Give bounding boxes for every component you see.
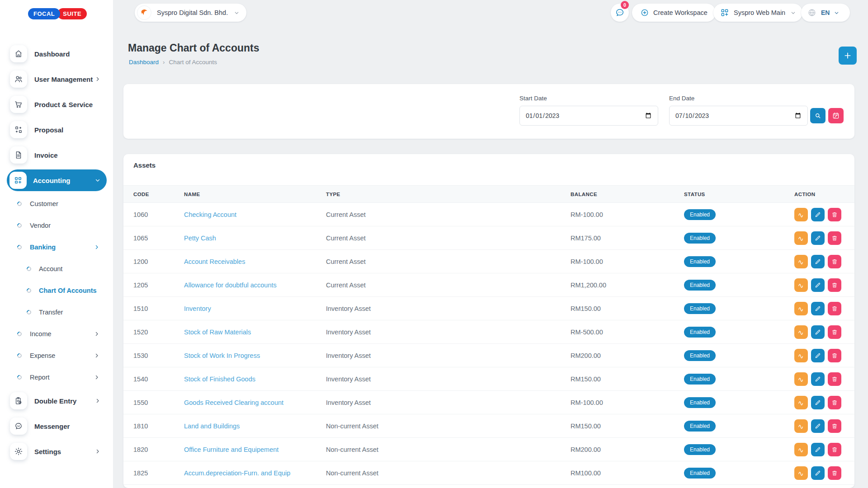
gear-icon bbox=[10, 443, 27, 460]
delete-button[interactable] bbox=[828, 349, 841, 362]
search-icon bbox=[814, 112, 822, 120]
delete-button[interactable] bbox=[828, 443, 841, 456]
edit-button[interactable] bbox=[811, 302, 825, 315]
cell-code: 1200 bbox=[123, 250, 184, 273]
account-name-link[interactable]: Stock of Raw Materials bbox=[184, 328, 251, 336]
accounting-active-pill[interactable]: Accounting bbox=[7, 169, 107, 191]
sidebar-item-double-entry[interactable]: Double Entry bbox=[0, 388, 113, 413]
transactions-button[interactable] bbox=[794, 255, 808, 268]
transactions-button[interactable] bbox=[794, 302, 808, 315]
account-name-link[interactable]: Accum.depreciation-Furn. and Equip bbox=[184, 469, 290, 477]
edit-button[interactable] bbox=[811, 419, 825, 433]
transactions-button[interactable] bbox=[794, 208, 808, 221]
cell-balance: RM-100.00 bbox=[571, 250, 684, 273]
sidebar-item-messenger[interactable]: Messenger bbox=[0, 413, 113, 439]
cell-code: 1825 bbox=[123, 461, 184, 485]
account-name-link[interactable]: Goods Received Clearing account bbox=[184, 399, 283, 406]
sidebar-item-user-management[interactable]: User Management bbox=[0, 66, 113, 92]
table-row: 1520 Stock of Raw Materials Inventory As… bbox=[123, 320, 854, 344]
edit-button[interactable] bbox=[811, 466, 825, 480]
sidebar-item-product-service[interactable]: Product & Service bbox=[0, 92, 113, 117]
account-name-link[interactable]: Checking Account bbox=[184, 211, 236, 218]
sidebar-item-accounting[interactable]: Accounting bbox=[0, 168, 113, 193]
transactions-button[interactable] bbox=[794, 325, 808, 339]
chat-bubble-icon bbox=[10, 418, 27, 435]
sidebar-item-transfer[interactable]: Transfer bbox=[0, 301, 113, 323]
sidebar-item-dashboard[interactable]: Dashboard bbox=[0, 41, 113, 66]
invoice-icon bbox=[10, 146, 27, 164]
delete-button[interactable] bbox=[828, 302, 841, 315]
sidebar-item-proposal[interactable]: Proposal bbox=[0, 117, 113, 142]
sidebar-item-vendor[interactable]: Vendor bbox=[0, 215, 113, 236]
account-name-link[interactable]: Office Furniture and Equipement bbox=[184, 446, 278, 453]
end-date-input[interactable] bbox=[669, 106, 808, 126]
language-selector[interactable]: EN bbox=[801, 4, 850, 22]
transactions-button[interactable] bbox=[794, 466, 808, 480]
delete-button[interactable] bbox=[828, 278, 841, 292]
sidebar-item-invoice[interactable]: Invoice bbox=[0, 142, 113, 168]
delete-button[interactable] bbox=[828, 396, 841, 409]
account-name-link[interactable]: Petty Cash bbox=[184, 235, 216, 242]
workspace-menu[interactable]: Syspro Web Main bbox=[713, 4, 802, 22]
breadcrumb-dashboard-link[interactable]: Dashboard bbox=[129, 59, 159, 66]
transactions-button[interactable] bbox=[794, 396, 808, 409]
table-row: 1810 Land and Buildings Non-current Asse… bbox=[123, 414, 854, 438]
sidebar-item-account[interactable]: Account bbox=[0, 258, 113, 280]
transactions-button[interactable] bbox=[794, 231, 808, 245]
chevron-down-icon bbox=[791, 10, 796, 15]
delete-button[interactable] bbox=[828, 372, 841, 386]
cell-type: Inventory Asset bbox=[326, 344, 571, 367]
edit-button[interactable] bbox=[811, 443, 825, 456]
transactions-button[interactable] bbox=[794, 349, 808, 362]
delete-button[interactable] bbox=[828, 208, 841, 221]
cell-type: Current Asset bbox=[326, 226, 571, 250]
sidebar-item-report[interactable]: Report bbox=[0, 366, 113, 388]
add-account-button[interactable] bbox=[839, 47, 857, 65]
trash-icon bbox=[831, 258, 838, 265]
account-name-link[interactable]: Stock of Work In Progress bbox=[184, 352, 260, 359]
cell-balance: RM150.00 bbox=[571, 297, 684, 320]
workspace-selector[interactable]: Syspro Digital Sdn. Bhd. bbox=[135, 4, 246, 22]
account-name-link[interactable]: Inventory bbox=[184, 305, 211, 312]
search-button[interactable] bbox=[810, 108, 826, 123]
transactions-button[interactable] bbox=[794, 443, 808, 456]
edit-button[interactable] bbox=[811, 208, 825, 221]
edit-button[interactable] bbox=[811, 325, 825, 339]
delete-button[interactable] bbox=[828, 466, 841, 480]
sidebar-item-label: Dashboard bbox=[34, 50, 70, 58]
app-logo: FOCAL SUITE bbox=[28, 8, 87, 19]
status-badge: Enabled bbox=[684, 327, 716, 338]
wave-icon bbox=[797, 422, 805, 430]
table-header-row: CODE NAME TYPE BALANCE STATUS ACTION bbox=[123, 186, 854, 203]
account-name-link[interactable]: Account Receivables bbox=[184, 258, 245, 265]
start-date-input[interactable] bbox=[519, 106, 658, 126]
create-workspace-button[interactable]: Create Workspace bbox=[632, 4, 716, 22]
edit-button[interactable] bbox=[811, 255, 825, 268]
account-name-link[interactable]: Allowance for doubtful accounts bbox=[184, 282, 277, 289]
edit-button[interactable] bbox=[811, 396, 825, 409]
cell-type: Non-current Asset bbox=[326, 414, 571, 438]
reset-filter-button[interactable] bbox=[828, 108, 844, 123]
table-row: 1530 Stock of Work In Progress Inventory… bbox=[123, 344, 854, 367]
sidebar-item-expense[interactable]: Expense bbox=[0, 345, 113, 366]
messages-button[interactable]: 0 bbox=[611, 4, 629, 22]
account-name-link[interactable]: Land and Buildings bbox=[184, 422, 240, 430]
delete-button[interactable] bbox=[828, 419, 841, 433]
transactions-button[interactable] bbox=[794, 372, 808, 386]
sidebar-item-customer[interactable]: Customer bbox=[0, 193, 113, 215]
edit-button[interactable] bbox=[811, 372, 825, 386]
edit-button[interactable] bbox=[811, 278, 825, 292]
cell-code: 1510 bbox=[123, 297, 184, 320]
sidebar-item-income[interactable]: Income bbox=[0, 323, 113, 345]
delete-button[interactable] bbox=[828, 255, 841, 268]
transactions-button[interactable] bbox=[794, 278, 808, 292]
account-name-link[interactable]: Stock of Finished Goods bbox=[184, 375, 255, 383]
sidebar-item-settings[interactable]: Settings bbox=[0, 439, 113, 464]
edit-button[interactable] bbox=[811, 231, 825, 245]
delete-button[interactable] bbox=[828, 231, 841, 245]
edit-button[interactable] bbox=[811, 349, 825, 362]
delete-button[interactable] bbox=[828, 325, 841, 339]
transactions-button[interactable] bbox=[794, 419, 808, 433]
sidebar-item-banking[interactable]: Banking bbox=[0, 236, 113, 258]
sidebar-item-chart-of-accounts[interactable]: Chart Of Accounts bbox=[0, 280, 113, 301]
